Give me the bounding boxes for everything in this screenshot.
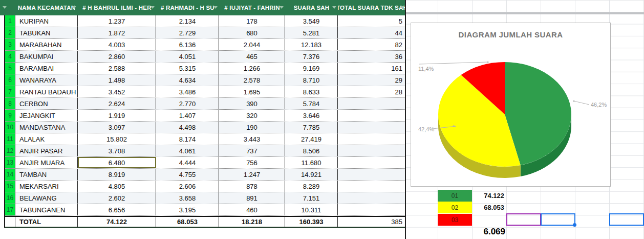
filter-icon[interactable] xyxy=(3,6,7,9)
cell-suara-tdk-sah[interactable] xyxy=(338,110,406,121)
cell-nama-kecamatan[interactable]: ANJIR PASAR xyxy=(15,145,78,156)
column-header-suara-sah[interactable]: SUARA SAH xyxy=(285,0,338,15)
cell-nama-kecamatan[interactable]: CERBON xyxy=(15,98,78,109)
filter-icon[interactable] xyxy=(151,6,155,9)
row-number-cell[interactable]: 10 xyxy=(5,122,15,133)
cell-bahrul-ilmi[interactable]: 2.860 xyxy=(78,51,156,62)
cell-suara-sah[interactable]: 5.784 xyxy=(285,98,338,109)
row-number-cell[interactable]: 2 xyxy=(5,27,15,38)
cell-rahmadi[interactable]: 2.729 xyxy=(156,27,219,38)
cell-iujiyat[interactable]: 1.695 xyxy=(219,86,285,97)
cell-suara-sah[interactable]: 160.393 xyxy=(285,217,338,227)
cell-suara-sah[interactable]: 7.785 xyxy=(285,122,338,133)
cell-iujiyat[interactable]: 320 xyxy=(219,110,285,121)
cell-nama-kecamatan[interactable]: BAKUMPAI xyxy=(15,51,78,62)
cell-suara-tdk-sah[interactable]: 82 xyxy=(338,39,406,50)
legend-cell-01[interactable]: 01 xyxy=(438,190,472,202)
cell-iujiyat[interactable]: 737 xyxy=(219,145,285,156)
legend-cell-02[interactable]: 02 xyxy=(438,202,472,213)
cell-suara-tdk-sah[interactable]: 28 xyxy=(338,86,406,97)
collaborator-selection-blue-2[interactable] xyxy=(609,213,644,226)
cell-suara-sah[interactable]: 10.311 xyxy=(285,204,338,215)
cell-iujiyat[interactable]: 460 xyxy=(219,204,285,215)
filter-icon[interactable] xyxy=(72,6,76,9)
cell-suara-sah[interactable]: 7.376 xyxy=(285,51,338,62)
cell-suara-sah[interactable]: 3.549 xyxy=(285,15,338,27)
cell-nama-kecamatan[interactable]: ANJIR MUARA xyxy=(15,157,78,168)
column-header-total-tdk-sah[interactable]: TOTAL SUARA TDK SAH xyxy=(338,0,406,15)
cell-rahmadi[interactable]: 3.658 xyxy=(156,192,219,204)
column-header-nama-kecamatan[interactable]: NAMA KECAMATAN xyxy=(15,0,78,15)
cell-suara-sah[interactable]: 8.506 xyxy=(285,145,338,156)
cell-rahmadi[interactable]: 2.134 xyxy=(156,15,219,27)
cell-iujiyat[interactable]: 465 xyxy=(219,51,285,62)
cell-nama-kecamatan[interactable]: MEKARSARI xyxy=(15,181,78,192)
cell-rahmadi[interactable]: 2.606 xyxy=(156,181,219,192)
cell-suara-tdk-sah[interactable]: 36 xyxy=(338,51,406,62)
row-number-cell[interactable]: 15 xyxy=(5,181,15,192)
footer-value[interactable]: 6.069 xyxy=(461,226,506,237)
cell-nama-kecamatan[interactable]: JEJANGKIT xyxy=(15,110,78,121)
cell-rahmadi[interactable]: 68.053 xyxy=(156,217,219,227)
cell-rahmadi[interactable]: 8.174 xyxy=(156,133,219,145)
cell-bahrul-ilmi[interactable]: 3.097 xyxy=(78,122,156,133)
cell-rahmadi[interactable]: 4.755 xyxy=(156,169,219,180)
cell-suara-tdk-sah[interactable] xyxy=(338,204,406,215)
cell-rahmadi[interactable]: 4.061 xyxy=(156,145,219,156)
cell-nama-kecamatan[interactable]: BELAWANG xyxy=(15,192,78,204)
cell-iujiyat[interactable]: 178 xyxy=(219,15,285,27)
cell-nama-kecamatan[interactable]: KURIPAN xyxy=(15,15,78,27)
cell-nama-kecamatan[interactable]: BARAMBAI xyxy=(15,63,78,74)
cell-suara-tdk-sah[interactable] xyxy=(338,157,406,168)
cell-nama-kecamatan[interactable]: TABUKAN xyxy=(15,27,78,38)
cell-nama-kecamatan[interactable]: ALALAK xyxy=(15,133,78,145)
cell-bahrul-ilmi[interactable]: 1.872 xyxy=(78,27,156,38)
cell-bahrul-ilmi[interactable]: 6.480 xyxy=(78,157,156,168)
cell-bahrul-ilmi[interactable]: 74.122 xyxy=(78,217,156,227)
cell-bahrul-ilmi[interactable]: 2.602 xyxy=(78,192,156,204)
filter-icon[interactable] xyxy=(400,6,404,9)
cell-bahrul-ilmi[interactable]: 1.919 xyxy=(78,110,156,121)
cell-iujiyat[interactable]: 18.218 xyxy=(219,217,285,227)
row-number-cell[interactable]: 9 xyxy=(5,110,15,121)
cell-rahmadi[interactable]: 6.136 xyxy=(156,39,219,50)
cell-nama-kecamatan[interactable]: TAMBAN xyxy=(15,169,78,180)
cell-suara-sah[interactable]: 7.151 xyxy=(285,192,338,204)
cell-suara-tdk-sah[interactable] xyxy=(338,122,406,133)
cell-bahrul-ilmi[interactable]: 2.624 xyxy=(78,98,156,109)
row-number-cell[interactable]: 12 xyxy=(5,145,15,156)
cell-nama-kecamatan[interactable]: RANTAU BADAUH xyxy=(15,86,78,97)
row-number-cell[interactable]: 14 xyxy=(5,169,15,180)
cell-suara-sah[interactable]: 11.680 xyxy=(285,157,338,168)
legend-value-02[interactable]: 68.053 xyxy=(472,202,506,213)
cell-suara-sah[interactable]: 14.921 xyxy=(285,169,338,180)
cell-iujiyat[interactable]: 680 xyxy=(219,27,285,38)
cell-iujiyat[interactable]: 2.044 xyxy=(219,39,285,50)
cell-rahmadi[interactable]: 2.770 xyxy=(156,98,219,109)
cell-iujiyat[interactable]: 2.578 xyxy=(219,74,285,86)
cell-suara-sah[interactable]: 9.169 xyxy=(285,63,338,74)
legend-cell-03[interactable]: 03 xyxy=(438,214,472,226)
cell-suara-tdk-sah[interactable]: 5 xyxy=(338,15,406,27)
legend-value-01[interactable]: 74.122 xyxy=(472,190,506,202)
column-header-iujiyat[interactable]: # IUJIYAT - FAHRIN xyxy=(219,0,285,15)
cell-rahmadi[interactable]: 4.498 xyxy=(156,122,219,133)
row-number-cell[interactable]: 1 xyxy=(5,15,15,27)
cell-suara-tdk-sah[interactable] xyxy=(338,181,406,192)
cell-suara-tdk-sah[interactable]: 44 xyxy=(338,27,406,38)
column-header-bahrul-ilmi[interactable]: # H BAHRUL ILMI - HER xyxy=(78,0,156,15)
row-number-cell[interactable]: 4 xyxy=(5,51,15,62)
cell-bahrul-ilmi[interactable]: 3.452 xyxy=(78,86,156,97)
cell-rahmadi[interactable]: 3.195 xyxy=(156,204,219,215)
cell-rahmadi[interactable]: 4.634 xyxy=(156,74,219,86)
cell-suara-sah[interactable]: 12.183 xyxy=(285,39,338,50)
cell-bahrul-ilmi[interactable]: 8.919 xyxy=(78,169,156,180)
cell-bahrul-ilmi[interactable]: 2.588 xyxy=(78,63,156,74)
row-number-cell[interactable]: 7 xyxy=(5,86,15,97)
cell-rahmadi[interactable]: 3.486 xyxy=(156,86,219,97)
cell-suara-sah[interactable]: 8.633 xyxy=(285,86,338,97)
filter-icon[interactable] xyxy=(213,6,218,9)
cell-suara-sah[interactable]: 3.646 xyxy=(285,110,338,121)
cell-bahrul-ilmi[interactable]: 4.003 xyxy=(78,39,156,50)
cell-nama-kecamatan[interactable]: MANDASTANA xyxy=(15,122,78,133)
